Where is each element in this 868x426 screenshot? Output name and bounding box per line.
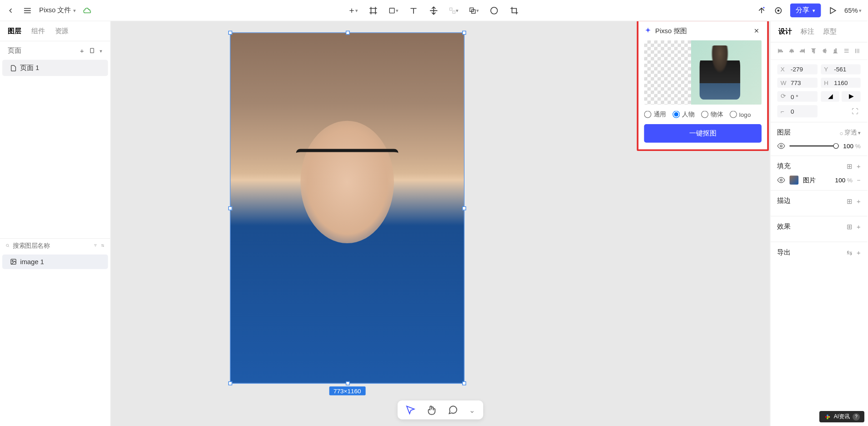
comment-tool-icon[interactable] — [448, 405, 458, 415]
cutout-title-label: Pixso 抠图 — [655, 26, 687, 35]
cutout-option-person[interactable]: 人物 — [672, 110, 694, 118]
image-content — [231, 33, 464, 383]
svg-rect-40 — [812, 49, 813, 52]
cutout-button[interactable]: 一键抠图 — [644, 124, 762, 143]
cutout-option-logo[interactable]: logo — [730, 110, 751, 118]
flower-icon — [824, 413, 831, 421]
tab-components[interactable]: 组件 — [31, 26, 45, 36]
canvas[interactable]: 773×1160 Pixso 抠图 通用 人物 物体 logo 一键抠图 — [111, 21, 770, 426]
selected-image[interactable]: 773×1160 — [230, 32, 464, 383]
resize-handle-mr[interactable] — [462, 206, 466, 210]
watermark-badge: AI资讯 ? — [819, 411, 864, 422]
resize-handle-br[interactable] — [462, 381, 466, 386]
visibility-icon[interactable] — [777, 142, 785, 150]
circle-tool-icon[interactable] — [489, 5, 499, 15]
tab-assets[interactable]: 资源 — [55, 26, 69, 36]
opacity-value[interactable]: 100 % — [843, 143, 860, 150]
resize-handle-ml[interactable] — [228, 206, 232, 210]
flip-v-icon[interactable]: ▶ — [842, 91, 861, 101]
tidy-icon[interactable] — [854, 47, 860, 55]
fill-swatch[interactable] — [790, 175, 799, 185]
tab-design[interactable]: 设计 — [778, 27, 792, 36]
align-bottom-icon[interactable] — [832, 47, 838, 55]
collapse-icon[interactable]: ▾ — [100, 48, 102, 53]
zoom-level[interactable]: 65%▾ — [844, 6, 862, 14]
align-vcenter-icon[interactable] — [821, 47, 828, 55]
play-icon[interactable] — [828, 5, 838, 15]
svg-rect-38 — [800, 51, 804, 52]
svg-rect-10 — [449, 8, 452, 10]
export-settings-icon[interactable]: ⇆ — [847, 249, 852, 256]
help-icon[interactable]: ? — [853, 413, 860, 421]
width-field[interactable]: W773 — [777, 78, 817, 88]
filter-icon[interactable] — [93, 242, 97, 249]
location-icon[interactable] — [773, 5, 783, 15]
frame-tool-icon[interactable] — [368, 5, 378, 15]
search-icon — [5, 242, 10, 249]
close-icon[interactable] — [752, 26, 762, 36]
cutout-option-general[interactable]: 通用 — [644, 110, 666, 118]
menu-icon[interactable] — [22, 5, 32, 15]
stroke-section-title: 描边 — [777, 196, 791, 206]
layer-search-input[interactable] — [13, 242, 90, 249]
height-field[interactable]: H1160 — [821, 78, 861, 88]
style-icon[interactable]: ⊞ — [847, 223, 852, 231]
fill-opacity[interactable]: 100 % — [835, 177, 853, 184]
copy-page-icon[interactable] — [88, 47, 95, 54]
y-position-field[interactable]: Y-561 — [821, 64, 861, 74]
blend-mode-select[interactable]: ○ 穿透 ▾ — [839, 129, 860, 137]
align-right-icon[interactable] — [799, 47, 806, 55]
remove-fill-icon[interactable]: − — [857, 177, 861, 184]
align-top-icon[interactable] — [810, 47, 817, 55]
resize-handle-tm[interactable] — [346, 31, 350, 35]
component-tool-icon[interactable]: ▾ — [449, 5, 459, 15]
resize-handle-bm[interactable] — [346, 381, 350, 386]
move-tool-icon[interactable] — [429, 5, 439, 15]
svg-rect-31 — [779, 50, 782, 51]
layer-item[interactable]: image 1 — [2, 255, 108, 269]
align-hcenter-icon[interactable] — [788, 47, 795, 55]
add-page-icon[interactable]: + — [80, 47, 84, 55]
add-stroke-icon[interactable]: + — [857, 197, 861, 205]
resize-handle-bl[interactable] — [228, 381, 232, 386]
flip-h-icon[interactable]: ◢ — [821, 91, 840, 101]
share-button[interactable]: 分享▾ — [790, 3, 821, 17]
add-effect-icon[interactable]: + — [857, 223, 861, 231]
opacity-slider[interactable] — [790, 145, 839, 146]
rotation-field[interactable]: ⟳0 ° — [777, 91, 817, 101]
left-sidebar: 图层 组件 资源 页面 + ▾ 页面 1 image 1 — [0, 21, 111, 426]
bottom-toolbar: ⌄ — [398, 401, 483, 420]
more-tools-icon[interactable]: ⌄ — [469, 405, 475, 415]
tab-layers[interactable]: 图层 — [8, 26, 21, 36]
style-icon[interactable]: ⊞ — [847, 197, 852, 205]
resize-handle-tr[interactable] — [462, 31, 466, 35]
cutout-option-object[interactable]: 物体 — [701, 110, 723, 118]
visibility-icon[interactable] — [777, 176, 785, 184]
crop-tool-icon[interactable] — [509, 5, 519, 15]
boolean-tool-icon[interactable]: ▾ — [469, 5, 479, 15]
tab-annotate[interactable]: 标注 — [801, 27, 814, 36]
x-position-field[interactable]: X-279 — [777, 64, 817, 74]
style-icon[interactable]: ⊞ — [847, 162, 852, 170]
settings-icon[interactable] — [101, 242, 105, 249]
page-item[interactable]: 页面 1 — [2, 60, 108, 76]
add-export-icon[interactable]: + — [857, 249, 861, 256]
add-fill-icon[interactable]: + — [857, 162, 861, 170]
text-tool-icon[interactable] — [409, 5, 419, 15]
add-tool-icon[interactable]: ▾ — [348, 5, 358, 15]
svg-point-14 — [491, 7, 498, 14]
cursor-tool-icon[interactable] — [405, 405, 415, 415]
distribute-icon[interactable] — [843, 47, 849, 55]
file-name[interactable]: Pixso 文件 ▾ — [39, 5, 76, 15]
cloud-sync-icon[interactable] — [83, 5, 93, 15]
back-icon[interactable] — [5, 5, 15, 15]
align-left-icon[interactable] — [777, 47, 783, 55]
hand-tool-icon[interactable] — [427, 405, 437, 415]
corner-radius-field[interactable]: ⌐0 — [777, 105, 817, 117]
publish-icon[interactable] — [757, 5, 767, 15]
shape-tool-icon[interactable]: ▾ — [389, 5, 399, 15]
tab-prototype[interactable]: 原型 — [823, 27, 837, 36]
svg-rect-46 — [834, 50, 835, 53]
corner-expand-icon[interactable]: ⛶ — [821, 105, 861, 117]
resize-handle-tl[interactable] — [228, 31, 232, 35]
